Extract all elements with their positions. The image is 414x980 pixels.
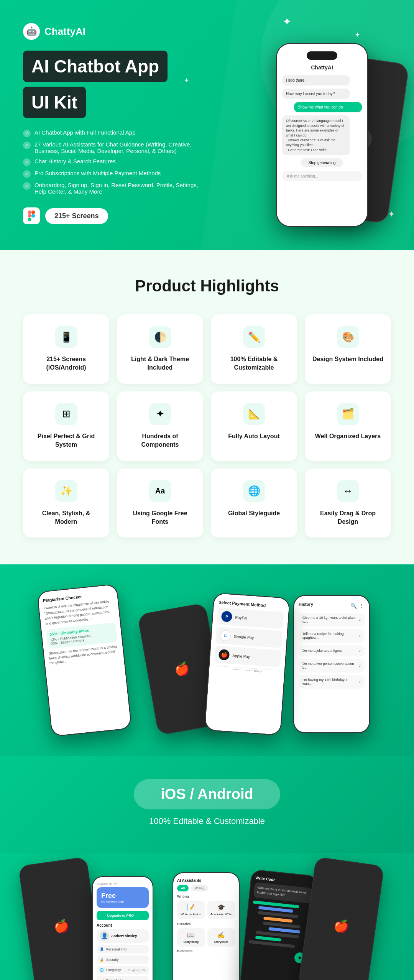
plagiarism-text: I want to check the plagiarism of this a… [44,599,115,627]
tool-storyteller[interactable]: ✍️ Storyteller [207,928,235,947]
highlight-card-0: 📱 215+ Screens (iOS/Android) [23,314,109,384]
business-section: Business [177,949,235,953]
ai-tab-writing[interactable]: Writing [191,885,208,891]
menu-row-darkmode[interactable]: 🌙Dark Mode [97,976,149,980]
plan-details: No current plan [101,900,144,903]
ai-tab-all[interactable]: All [177,885,189,891]
tool-academic[interactable]: 🎓 Academic Write [207,901,235,919]
showcase-screen-2: Select Payment Method P PayPal G Google … [205,594,289,735]
payment-row-google[interactable]: G Google Pay [216,627,283,648]
highlight-card-5: ✦ Hundreds of Components [117,391,203,461]
send-button-container: ➤ [247,947,306,964]
highlight-icon-8: ✨ [55,480,77,502]
more-icon-history[interactable]: ⋮ [359,603,365,609]
apple-pay-icon: 🍎 [219,649,230,661]
highlight-card-1: 🌓 Light & Dark Theme Included [117,314,203,384]
highlight-card-4: ⊞ Pixel Perfect & Grid System [23,391,109,461]
showcase-phone-2: Select Payment Method P PayPal G Google … [204,593,291,736]
svg-rect-1 [31,210,35,214]
menu-language-label: Language [106,968,122,972]
user-avatar: 👤 [100,931,109,941]
showcase-phone-3: History 🔍 ⋮ Give me a 10 kg I want a die… [293,595,370,733]
check-icon-3: ✓ [23,158,31,166]
right-phone-group: AI Assistants All Writing Writing 📝 Writ… [172,861,387,980]
feature-item-3: ✓ Chat History & Search Features [23,156,199,168]
history-row-2[interactable]: Tell me a recipe for making spaghetti...… [299,629,365,643]
screens-count-text: 215+ Screens [54,212,99,220]
creative-tools-grid: 📖 Storytelling ✍️ Storyteller [177,928,235,947]
google-pay-label: Google Pay [234,634,254,640]
svg-rect-4 [28,218,31,221]
history-row-1[interactable]: Give me a 10 kg I want a diet plan to...… [299,613,365,626]
highlights-grid: 📱 215+ Screens (iOS/Android) 🌓 Light & D… [23,314,391,538]
highlights-title: Product Highlights [23,277,391,295]
highlight-label-3: Design System Included [312,355,383,363]
highlight-label-5: Hundreds of Components [125,432,196,449]
menu-row-security[interactable]: 🔒Security [97,955,149,964]
highlight-label-7: Well Organized Layers [312,432,383,441]
upgrade-label: Upgrade to Pro [97,882,149,886]
star-decoration: ✦ [283,15,291,28]
chevron-icon-4: › [359,663,361,668]
bp-ai-screen: AI Assistants All Writing Writing 📝 Writ… [173,873,239,980]
menu-darkmode-label: Dark Mode [106,978,123,980]
user-name: Andrew Ainsley [111,934,137,938]
code-line-9 [248,940,295,948]
feature-item-5: ✓ Onboarding, Sign up, Sign in, Reset Pa… [23,180,199,197]
code-prompt-text: Write me code to sort an array using bub… [257,886,309,900]
highlight-icon-3: 🎨 [337,326,359,348]
bp-ai-assistants: AI Assistants All Writing Writing 📝 Writ… [172,872,240,980]
highlight-card-10: 🌐 Global Styleguide [211,469,297,538]
history-row-3[interactable]: Do me a joke about tigers › [299,645,365,656]
hero-title-line2: UI Kit [23,87,86,118]
menu-row-language[interactable]: 🌐LanguageEnglish (US) [97,966,149,974]
payment-row-paypal[interactable]: P PayPal [217,608,284,629]
highlight-icon-6: 📐 [243,403,265,425]
highlights-section: Product Highlights 📱 215+ Screens (iOS/A… [0,250,414,564]
hero-phones: 🍎 ChattyAI Hello there! How may I assist… [215,51,391,235]
star-decoration-2: ✦ [355,31,360,39]
feature-text-5: Onboarding, Sign up, Sign in, Reset Pass… [34,182,199,195]
history-text-2: Tell me a recipe for making spaghetti... [302,632,356,640]
search-icon-history[interactable]: 🔍 [350,603,357,609]
highlight-card-7: 🗂️ Well Organized Layers [305,391,391,461]
bp-back-left: 🍎 [18,857,105,980]
feature-text-4: Pro Subscriptions with Multiple Payment … [34,170,161,176]
ai-tabs: All Writing [177,885,235,891]
stop-generating-button[interactable]: Stop generating [301,158,343,167]
highlight-label-1: Light & Dark Theme Included [125,355,196,372]
logo-text: ChattyAI [44,26,85,38]
sp-header-2: Select Payment Method [219,600,284,609]
highlight-card-2: ✏️ 100% Editable & Customizable [211,314,297,384]
hero-left-panel: AI Chatbot App UI Kit ✓ AI Chatbot App w… [23,51,199,224]
badge-row: 215+ Screens [23,207,199,224]
feature-item-2: ✓ 27 Various AI Assistants for Chat Guid… [23,139,199,156]
highlight-card-3: 🎨 Design System Included [305,314,391,384]
apple-pay-label: Apple Pay [232,653,250,659]
payment-row-apple[interactable]: 🍎 Apple Pay [214,646,281,667]
history-row-4[interactable]: Do me a two-person conversation b... › [299,659,365,673]
menu-security-label: Security [106,958,119,962]
highlight-label-8: Clean, Stylish, & Modern [31,509,102,526]
plan-box: Free No current plan [97,887,149,908]
chat-response: Of course! As an AI language model I am … [282,115,350,155]
tool-write-article[interactable]: 📝 Write an Article [177,901,205,919]
upgrade-pro-button[interactable]: Upgrade to PRO → [97,911,149,920]
showcase-screen-1: Plagiarism Checker I want to check the p… [38,585,131,736]
logo-icon: 🤖 [23,23,40,40]
highlight-label-11: Easily Drag & Drop Design [312,509,383,526]
menu-row-personal[interactable]: 👤Personal Info [97,945,149,954]
paypal-label: PayPal [235,615,247,620]
highlight-icon-1: 🌓 [149,326,171,348]
google-pay-icon: G [220,630,231,641]
chat-input-bar[interactable]: Ask me anything... [282,171,362,181]
creative-section: Creative [177,922,235,926]
highlight-label-4: Pixel Perfect & Grid System [31,432,102,449]
phones-showcase-section: Plagiarism Checker I want to check the p… [0,564,414,756]
history-row-5[interactable]: I'm having my 17th birthday, I wan... › [299,675,365,689]
svg-point-3 [31,214,35,217]
tool-storytelling[interactable]: 📖 Storytelling [177,928,205,947]
bp-account: Upgrade to Pro Free No current plan Upgr… [92,876,153,980]
platform-badge-text: iOS / Android [161,786,253,802]
highlight-label-10: Global Styleguide [219,509,289,518]
